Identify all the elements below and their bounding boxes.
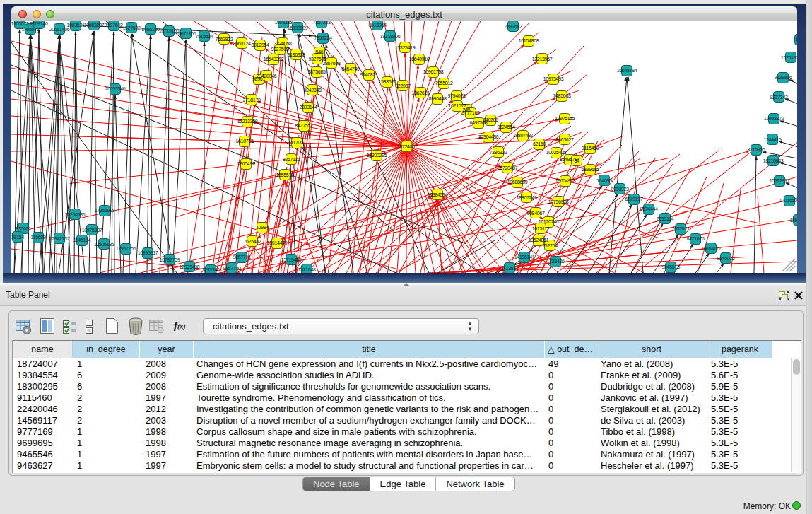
- svg-text:164095: 164095: [596, 178, 612, 183]
- svg-text:1244415: 1244415: [763, 137, 782, 142]
- svg-text:18724007: 18724007: [397, 144, 418, 149]
- svg-text:6497568: 6497568: [469, 120, 488, 125]
- svg-text:16961758: 16961758: [423, 69, 444, 74]
- svg-text:8215955: 8215955: [747, 147, 765, 152]
- svg-text:10688609: 10688609: [507, 180, 528, 185]
- svg-text:3226058: 3226058: [273, 41, 292, 46]
- svg-text:16782759: 16782759: [160, 257, 180, 262]
- svg-text:2687682: 2687682: [504, 24, 522, 29]
- svg-text:12093872: 12093872: [764, 116, 784, 121]
- svg-text:8813054: 8813054: [368, 23, 387, 28]
- svg-text:16543392: 16543392: [264, 57, 284, 62]
- svg-text:8471676: 8471676: [686, 236, 705, 241]
- svg-text:7386322: 7386322: [489, 150, 507, 155]
- svg-text:6899695: 6899695: [581, 167, 599, 172]
- svg-text:16648784: 16648784: [617, 68, 637, 73]
- svg-text:7357223: 7357223: [312, 21, 331, 25]
- svg-text:10994: 10994: [256, 225, 269, 230]
- svg-text:1112: 1112: [795, 37, 797, 42]
- svg-text:16210643: 16210643: [763, 158, 784, 163]
- svg-text:19384554: 19384554: [428, 192, 448, 197]
- svg-text:1527602: 1527602: [122, 25, 141, 30]
- svg-text:7625402: 7625402: [243, 239, 261, 244]
- svg-text:822037: 822037: [395, 83, 411, 88]
- svg-text:12923408: 12923408: [180, 264, 200, 269]
- svg-text:10975887: 10975887: [82, 228, 102, 233]
- svg-text:39154: 39154: [11, 235, 24, 240]
- svg-text:84: 84: [574, 158, 579, 163]
- svg-text:14136141: 14136141: [514, 255, 535, 259]
- svg-text:16154808: 16154808: [519, 38, 539, 43]
- svg-text:10807487: 10807487: [513, 133, 534, 138]
- svg-text:835061: 835061: [16, 226, 31, 231]
- svg-text:1965492: 1965492: [237, 161, 255, 166]
- svg-text:8267110: 8267110: [283, 157, 300, 162]
- svg-text:62160: 62160: [533, 141, 546, 146]
- svg-text:9084067: 9084067: [526, 211, 545, 216]
- svg-text:8186328: 8186328: [287, 52, 305, 57]
- svg-text:8938923: 8938923: [611, 187, 629, 192]
- svg-text:1615112: 1615112: [532, 226, 550, 231]
- svg-text:18300295: 18300295: [367, 153, 387, 158]
- svg-text:8427552: 8427552: [295, 123, 313, 128]
- svg-text:16033809: 16033809: [288, 25, 308, 30]
- svg-text:3875685: 3875685: [307, 69, 326, 74]
- svg-text:16671355: 16671355: [176, 31, 196, 36]
- svg-text:1905572: 1905572: [11, 21, 29, 26]
- svg-text:2935114: 2935114: [657, 216, 674, 221]
- svg-text:8912954: 8912954: [251, 42, 269, 47]
- svg-text:1167533: 1167533: [790, 218, 797, 223]
- svg-text:13524851: 13524851: [529, 238, 549, 243]
- svg-text:1413613: 1413613: [500, 266, 519, 271]
- svg-text:6466160: 6466160: [141, 27, 160, 32]
- svg-text:13325419: 13325419: [395, 45, 416, 50]
- svg-text:1603380: 1603380: [274, 21, 293, 25]
- svg-text:15720407: 15720407: [498, 165, 518, 170]
- svg-text:15692971: 15692971: [770, 178, 790, 183]
- svg-text:8454749: 8454749: [341, 66, 360, 71]
- svg-text:10756928: 10756928: [548, 199, 569, 204]
- svg-text:19218906: 19218906: [380, 34, 401, 39]
- svg-text:15751074: 15751074: [781, 55, 797, 60]
- svg-text:17957255: 17957255: [116, 246, 136, 251]
- svg-text:16120746: 16120746: [539, 219, 559, 224]
- svg-text:9129906: 9129906: [774, 75, 792, 80]
- svg-text:546: 546: [316, 49, 324, 54]
- svg-text:20691406: 20691406: [49, 27, 70, 32]
- svg-text:12213369: 12213369: [237, 119, 258, 124]
- svg-text:12975115: 12975115: [555, 116, 575, 121]
- svg-text:10995817: 10995817: [138, 250, 158, 255]
- svg-text:2803144: 2803144: [299, 105, 317, 110]
- svg-text:115689: 115689: [30, 235, 45, 240]
- svg-text:12213967: 12213967: [532, 57, 553, 62]
- svg-text:7663822: 7663822: [215, 37, 233, 42]
- svg-text:1145194: 1145194: [73, 238, 91, 243]
- svg-text:17359928: 17359928: [95, 208, 115, 213]
- svg-text:9794028: 9794028: [447, 93, 466, 98]
- svg-text:2718170: 2718170: [242, 98, 261, 103]
- svg-text:17016504: 17016504: [779, 198, 797, 203]
- svg-text:98961: 98961: [252, 76, 265, 81]
- svg-text:18640910: 18640910: [409, 57, 430, 62]
- svg-text:1588520: 1588520: [378, 79, 396, 84]
- svg-text:10025438: 10025438: [546, 150, 567, 155]
- svg-text:3824554: 3824554: [497, 124, 515, 129]
- svg-text:10654112: 10654112: [701, 246, 722, 251]
- svg-text:1362615: 1362615: [411, 90, 430, 95]
- svg-text:9857791: 9857791: [233, 255, 251, 259]
- svg-text:8660124: 8660124: [233, 41, 251, 46]
- svg-text:9227342: 9227342: [770, 95, 788, 100]
- svg-text:9245012: 9245012: [717, 256, 735, 261]
- svg-text:7632621: 7632621: [671, 226, 690, 231]
- svg-text:12942737: 12942737: [49, 236, 70, 241]
- svg-text:20206535: 20206535: [65, 212, 86, 217]
- svg-text:2867608: 2867608: [322, 61, 341, 66]
- svg-text:1905573: 1905573: [21, 27, 40, 32]
- svg-text:8990448: 8990448: [428, 96, 447, 101]
- svg-text:1610755: 1610755: [235, 139, 254, 144]
- svg-text:20053346: 20053346: [105, 86, 126, 91]
- svg-text:9242848: 9242848: [303, 88, 322, 93]
- svg-text:11700: 11700: [290, 140, 303, 145]
- svg-text:9245013: 9245013: [661, 264, 680, 269]
- svg-text:9463627: 9463627: [555, 137, 574, 142]
